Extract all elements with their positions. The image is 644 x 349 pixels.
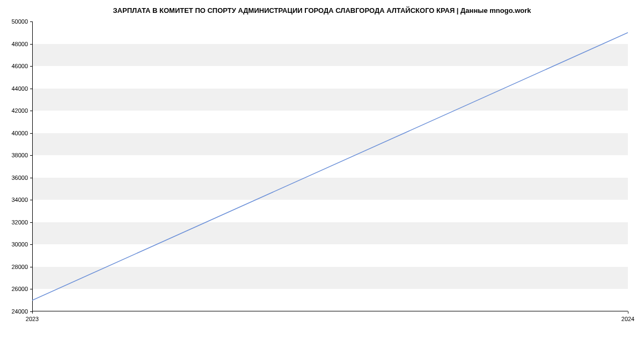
y-tick-mark: [30, 222, 32, 223]
y-tick-mark: [30, 200, 32, 200]
y-tick-label: 38000: [11, 152, 28, 158]
y-tick-mark: [30, 289, 32, 289]
y-tick-mark: [30, 66, 32, 67]
y-tick-mark: [30, 111, 32, 111]
y-tick-mark: [30, 89, 32, 89]
y-tick-label: 40000: [11, 130, 28, 136]
y-tick-label: 24000: [11, 308, 28, 315]
y-tick-label: 34000: [11, 197, 28, 203]
grid-band: [32, 44, 628, 67]
y-tick-mark: [30, 133, 32, 134]
series-line: [32, 33, 628, 300]
grid-band: [32, 89, 628, 111]
y-tick-mark: [30, 44, 32, 45]
y-tick-label: 28000: [11, 264, 28, 270]
chart-container: 2400026000280003000032000340003600038000…: [32, 21, 628, 311]
y-tick-label: 36000: [11, 174, 28, 181]
y-tick-mark: [30, 21, 32, 22]
y-tick-label: 48000: [11, 41, 28, 47]
grid-band: [32, 133, 628, 156]
y-tick-mark: [30, 244, 32, 245]
y-tick-label: 46000: [11, 63, 28, 69]
x-axis-line: [32, 311, 628, 311]
x-tick-mark: [628, 311, 628, 314]
y-tick-label: 30000: [11, 241, 28, 248]
y-tick-label: 32000: [11, 219, 28, 226]
x-tick-mark: [32, 311, 33, 314]
grid-band: [32, 267, 628, 289]
y-tick-label: 44000: [11, 85, 28, 92]
grid-band: [32, 178, 628, 200]
grid-band: [32, 222, 628, 245]
y-tick-mark: [30, 155, 32, 156]
y-axis-line: [32, 21, 33, 311]
x-tick-label: 2023: [26, 316, 39, 322]
plot-area: 2400026000280003000032000340003600038000…: [32, 21, 628, 311]
y-tick-label: 42000: [11, 107, 28, 114]
x-tick-label: 2024: [621, 316, 634, 322]
y-tick-label: 50000: [11, 18, 28, 25]
chart-title: ЗАРПЛАТА В КОМИТЕТ ПО СПОРТУ АДМИНИСТРАЦ…: [0, 0, 644, 14]
y-tick-mark: [30, 267, 32, 267]
y-tick-mark: [30, 178, 32, 178]
y-tick-label: 26000: [11, 286, 28, 292]
